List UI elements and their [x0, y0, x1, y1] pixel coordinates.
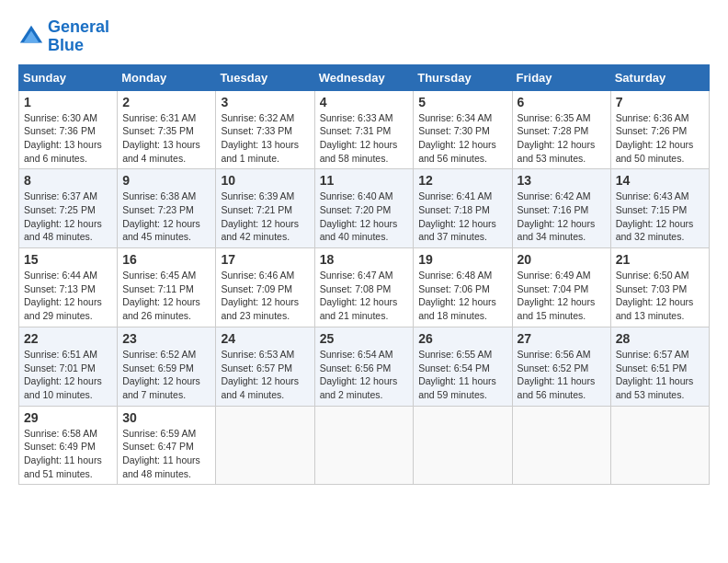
day-number: 21: [616, 252, 704, 267]
logo-text: General Blue: [48, 18, 109, 55]
week-row-2: 8Sunrise: 6:37 AMSunset: 7:25 PMDaylight…: [19, 169, 710, 248]
day-info: Sunrise: 6:57 AMSunset: 6:51 PMDaylight:…: [616, 348, 704, 402]
week-row-4: 22Sunrise: 6:51 AMSunset: 7:01 PMDayligh…: [19, 327, 710, 406]
day-number: 5: [418, 95, 506, 109]
day-info: Sunrise: 6:47 AMSunset: 7:08 PMDaylight:…: [320, 269, 409, 323]
calendar-cell: 5Sunrise: 6:34 AMSunset: 7:30 PMDaylight…: [414, 90, 512, 169]
calendar-cell: [512, 406, 610, 485]
day-info: Sunrise: 6:41 AMSunset: 7:18 PMDaylight:…: [418, 190, 506, 244]
day-number: 28: [616, 331, 704, 346]
calendar-cell: [414, 406, 512, 485]
calendar-cell: 13Sunrise: 6:42 AMSunset: 7:16 PMDayligh…: [512, 169, 610, 248]
col-header-monday: Monday: [118, 64, 216, 90]
calendar-cell: 6Sunrise: 6:35 AMSunset: 7:28 PMDaylight…: [512, 90, 610, 169]
calendar-cell: 2Sunrise: 6:31 AMSunset: 7:35 PMDaylight…: [118, 90, 216, 169]
calendar-cell: 12Sunrise: 6:41 AMSunset: 7:18 PMDayligh…: [414, 169, 512, 248]
day-number: 23: [122, 331, 210, 346]
calendar-cell: 1Sunrise: 6:30 AMSunset: 7:36 PMDaylight…: [19, 90, 118, 169]
day-info: Sunrise: 6:59 AMSunset: 6:47 PMDaylight:…: [122, 427, 210, 481]
logo-icon: [18, 24, 44, 50]
calendar-cell: 19Sunrise: 6:48 AMSunset: 7:06 PMDayligh…: [414, 248, 512, 327]
day-info: Sunrise: 6:50 AMSunset: 7:03 PMDaylight:…: [616, 269, 704, 323]
day-info: Sunrise: 6:35 AMSunset: 7:28 PMDaylight:…: [518, 111, 606, 166]
calendar-cell: 16Sunrise: 6:45 AMSunset: 7:11 PMDayligh…: [118, 248, 216, 327]
day-number: 17: [221, 252, 309, 267]
calendar-cell: 7Sunrise: 6:36 AMSunset: 7:26 PMDaylight…: [610, 90, 709, 169]
day-info: Sunrise: 6:58 AMSunset: 6:49 PMDaylight:…: [24, 427, 112, 481]
week-row-3: 15Sunrise: 6:44 AMSunset: 7:13 PMDayligh…: [19, 248, 710, 327]
calendar-cell: 10Sunrise: 6:39 AMSunset: 7:21 PMDayligh…: [216, 169, 314, 248]
day-number: 20: [518, 252, 606, 267]
day-info: Sunrise: 6:32 AMSunset: 7:33 PMDaylight:…: [221, 111, 309, 166]
calendar-cell: 15Sunrise: 6:44 AMSunset: 7:13 PMDayligh…: [19, 248, 118, 327]
day-info: Sunrise: 6:51 AMSunset: 7:01 PMDaylight:…: [24, 348, 112, 402]
calendar-cell: 17Sunrise: 6:46 AMSunset: 7:09 PMDayligh…: [216, 248, 314, 327]
day-info: Sunrise: 6:42 AMSunset: 7:16 PMDaylight:…: [518, 190, 606, 244]
day-number: 22: [24, 331, 112, 346]
day-info: Sunrise: 6:44 AMSunset: 7:13 PMDaylight:…: [24, 269, 112, 323]
calendar-cell: 14Sunrise: 6:43 AMSunset: 7:15 PMDayligh…: [610, 169, 709, 248]
col-header-saturday: Saturday: [610, 64, 709, 90]
day-info: Sunrise: 6:31 AMSunset: 7:35 PMDaylight:…: [122, 111, 210, 166]
day-number: 1: [24, 95, 112, 109]
day-info: Sunrise: 6:37 AMSunset: 7:25 PMDaylight:…: [24, 190, 112, 244]
calendar-cell: [314, 406, 414, 485]
day-number: 6: [518, 95, 606, 109]
calendar-cell: 8Sunrise: 6:37 AMSunset: 7:25 PMDaylight…: [19, 169, 118, 248]
day-info: Sunrise: 6:36 AMSunset: 7:26 PMDaylight:…: [616, 111, 704, 166]
day-number: 15: [24, 252, 112, 267]
calendar-cell: 27Sunrise: 6:56 AMSunset: 6:52 PMDayligh…: [512, 327, 610, 406]
day-info: Sunrise: 6:49 AMSunset: 7:04 PMDaylight:…: [518, 269, 606, 323]
calendar-cell: [610, 406, 709, 485]
day-number: 16: [122, 252, 210, 267]
day-number: 2: [122, 95, 210, 109]
day-number: 25: [320, 331, 409, 346]
day-number: 3: [221, 95, 309, 109]
day-info: Sunrise: 6:43 AMSunset: 7:15 PMDaylight:…: [616, 190, 704, 244]
day-number: 7: [616, 95, 704, 109]
logo: General Blue: [18, 18, 109, 55]
day-number: 27: [518, 331, 606, 346]
day-number: 10: [221, 173, 309, 188]
calendar-cell: 26Sunrise: 6:55 AMSunset: 6:54 PMDayligh…: [414, 327, 512, 406]
day-info: Sunrise: 6:55 AMSunset: 6:54 PMDaylight:…: [418, 348, 506, 402]
calendar-cell: 21Sunrise: 6:50 AMSunset: 7:03 PMDayligh…: [610, 248, 709, 327]
col-header-sunday: Sunday: [19, 64, 118, 90]
day-info: Sunrise: 6:30 AMSunset: 7:36 PMDaylight:…: [24, 111, 112, 166]
day-number: 13: [518, 173, 606, 188]
day-info: Sunrise: 6:40 AMSunset: 7:20 PMDaylight:…: [320, 190, 409, 244]
day-info: Sunrise: 6:33 AMSunset: 7:31 PMDaylight:…: [320, 111, 409, 166]
calendar-cell: 25Sunrise: 6:54 AMSunset: 6:56 PMDayligh…: [314, 327, 414, 406]
day-number: 30: [122, 410, 210, 425]
calendar-cell: 24Sunrise: 6:53 AMSunset: 6:57 PMDayligh…: [216, 327, 314, 406]
day-number: 9: [122, 173, 210, 188]
calendar-cell: 18Sunrise: 6:47 AMSunset: 7:08 PMDayligh…: [314, 248, 414, 327]
day-number: 26: [418, 331, 506, 346]
calendar-table: SundayMondayTuesdayWednesdayThursdayFrid…: [18, 64, 710, 486]
calendar-cell: 23Sunrise: 6:52 AMSunset: 6:59 PMDayligh…: [118, 327, 216, 406]
col-header-thursday: Thursday: [414, 64, 512, 90]
day-number: 29: [24, 410, 112, 425]
col-header-friday: Friday: [512, 64, 610, 90]
calendar-cell: 30Sunrise: 6:59 AMSunset: 6:47 PMDayligh…: [118, 406, 216, 485]
day-number: 19: [418, 252, 506, 267]
calendar-cell: 11Sunrise: 6:40 AMSunset: 7:20 PMDayligh…: [314, 169, 414, 248]
day-number: 24: [221, 331, 309, 346]
day-info: Sunrise: 6:39 AMSunset: 7:21 PMDaylight:…: [221, 190, 309, 244]
day-info: Sunrise: 6:48 AMSunset: 7:06 PMDaylight:…: [418, 269, 506, 323]
day-number: 14: [616, 173, 704, 188]
day-number: 12: [418, 173, 506, 188]
day-number: 18: [320, 252, 409, 267]
calendar-cell: [216, 406, 314, 485]
week-row-5: 29Sunrise: 6:58 AMSunset: 6:49 PMDayligh…: [19, 406, 710, 485]
calendar-cell: 22Sunrise: 6:51 AMSunset: 7:01 PMDayligh…: [19, 327, 118, 406]
calendar-cell: 4Sunrise: 6:33 AMSunset: 7:31 PMDaylight…: [314, 90, 414, 169]
calendar-cell: 28Sunrise: 6:57 AMSunset: 6:51 PMDayligh…: [610, 327, 709, 406]
col-header-tuesday: Tuesday: [216, 64, 314, 90]
day-info: Sunrise: 6:54 AMSunset: 6:56 PMDaylight:…: [320, 348, 409, 402]
day-info: Sunrise: 6:38 AMSunset: 7:23 PMDaylight:…: [122, 190, 210, 244]
day-number: 8: [24, 173, 112, 188]
week-row-1: 1Sunrise: 6:30 AMSunset: 7:36 PMDaylight…: [19, 90, 710, 169]
calendar-cell: 3Sunrise: 6:32 AMSunset: 7:33 PMDaylight…: [216, 90, 314, 169]
calendar-cell: 29Sunrise: 6:58 AMSunset: 6:49 PMDayligh…: [19, 406, 118, 485]
